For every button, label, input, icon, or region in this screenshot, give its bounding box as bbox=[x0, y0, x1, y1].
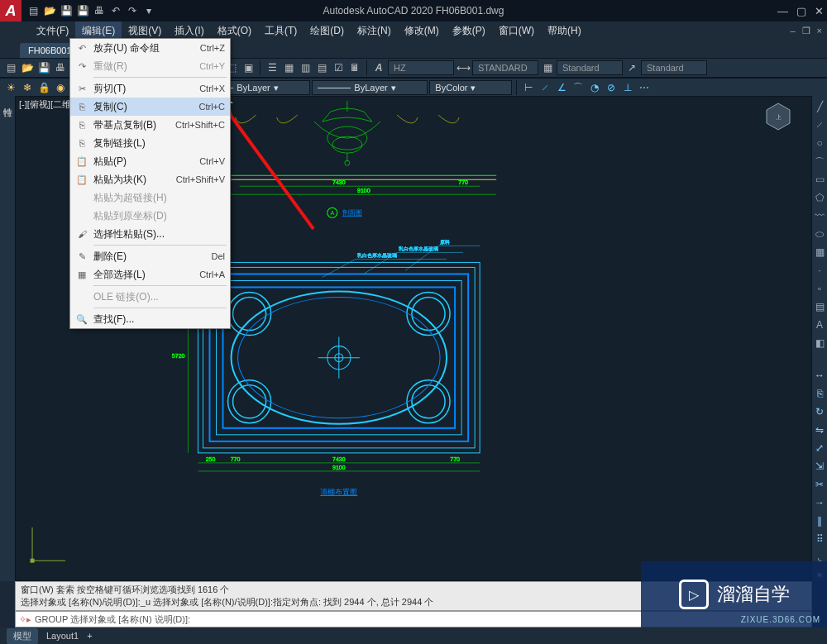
menu-help[interactable]: 帮助(H) bbox=[541, 21, 588, 41]
menu-item-f[interactable]: 🔍查找(F)... bbox=[70, 310, 230, 328]
spline-tool-icon[interactable]: 〰 bbox=[814, 210, 825, 222]
offset-tool-icon[interactable]: ‖ bbox=[814, 515, 825, 527]
rotate-tool-icon[interactable]: ↻ bbox=[814, 406, 825, 417]
chevron-down-icon: ▾ bbox=[391, 83, 396, 93]
qat-undo-icon[interactable]: ↶ bbox=[109, 4, 122, 17]
menu-item-c[interactable]: ⎘复制(C)Ctrl+C bbox=[70, 98, 230, 116]
properties-icon[interactable]: ☰ bbox=[265, 60, 280, 75]
stretch-tool-icon[interactable]: ⇲ bbox=[814, 460, 825, 472]
open-icon[interactable]: 📂 bbox=[20, 60, 35, 75]
pline-tool-icon[interactable]: ⟋ bbox=[814, 119, 825, 131]
qat-save-icon[interactable]: 💾 bbox=[60, 4, 73, 17]
menu-window[interactable]: 窗口(W) bbox=[492, 21, 541, 41]
save-icon[interactable]: 💾 bbox=[36, 60, 51, 75]
qat-saveas-icon[interactable]: 💾 bbox=[76, 4, 89, 17]
markup-icon[interactable]: ☑ bbox=[331, 60, 346, 75]
minimize-icon[interactable]: — bbox=[777, 5, 788, 17]
dim-linear-icon[interactable]: ⊢ bbox=[521, 80, 536, 95]
hatch-tool-icon[interactable]: ▦ bbox=[814, 246, 825, 258]
svg-text:770: 770 bbox=[458, 179, 468, 185]
mleader-icon[interactable]: ↗ bbox=[624, 60, 639, 75]
lineweight-combo[interactable]: ByLayer ▾ bbox=[312, 80, 428, 95]
layer-manager-icon[interactable]: ☀ bbox=[3, 80, 18, 95]
dim-arc-icon[interactable]: ⌒ bbox=[571, 80, 586, 95]
sheetset-icon[interactable]: ▤ bbox=[314, 60, 329, 75]
line-tool-icon[interactable]: ╱ bbox=[814, 101, 825, 112]
menu-item-icon: ⎘ bbox=[75, 120, 88, 130]
svg-rect-2 bbox=[31, 559, 34, 562]
circle-tool-icon[interactable]: ○ bbox=[814, 137, 825, 149]
close-icon[interactable]: ✕ bbox=[815, 5, 824, 17]
menu-draw[interactable]: 绘图(D) bbox=[304, 21, 351, 41]
toolpalette-icon[interactable]: ▥ bbox=[298, 60, 313, 75]
zoom-extents-icon[interactable]: ▣ bbox=[241, 60, 256, 75]
menu-item-t[interactable]: ✂剪切(T)Ctrl+X bbox=[70, 79, 230, 98]
menu-item-e[interactable]: ✎删除(E)Del bbox=[70, 247, 230, 265]
menu-tools[interactable]: 工具(T) bbox=[258, 21, 304, 41]
view-cube[interactable]: 上 bbox=[762, 100, 795, 133]
dim-diameter-icon[interactable]: ⊘ bbox=[604, 80, 619, 95]
calc-icon[interactable]: 🖩 bbox=[347, 60, 362, 75]
menu-item-k[interactable]: 📋粘贴为块(K)Ctrl+Shift+V bbox=[70, 170, 230, 188]
qat-redo-icon[interactable]: ↷ bbox=[126, 4, 139, 17]
menu-item-u[interactable]: ↶放弃(U) 命令组Ctrl+Z bbox=[70, 39, 230, 57]
dimstyle-combo[interactable]: STANDARD bbox=[472, 60, 538, 75]
doc-close-icon[interactable]: × bbox=[817, 26, 822, 36]
table-icon[interactable]: ▦ bbox=[540, 60, 555, 75]
menu-modify[interactable]: 修改(M) bbox=[398, 21, 446, 41]
move-tool-icon[interactable]: ↔ bbox=[814, 370, 825, 381]
region-tool-icon[interactable]: ◧ bbox=[814, 337, 825, 349]
trim-tool-icon[interactable]: ✂ bbox=[814, 479, 825, 490]
qat-dropdown-icon[interactable]: ▾ bbox=[142, 4, 155, 17]
dim-angular-icon[interactable]: ∠ bbox=[554, 80, 569, 95]
layer-lock-icon[interactable]: 🔒 bbox=[36, 80, 51, 95]
dim-icon[interactable]: ⟷ bbox=[456, 60, 471, 75]
properties-palette-tab[interactable]: 特性 bbox=[0, 96, 16, 106]
text-icon[interactable]: A bbox=[371, 60, 386, 75]
mirror-tool-icon[interactable]: ⇋ bbox=[814, 424, 825, 436]
menu-item-s[interactable]: 🖌选择性粘贴(S)... bbox=[70, 225, 230, 243]
new-icon[interactable]: ▤ bbox=[3, 60, 18, 75]
scale-tool-icon[interactable]: ⤢ bbox=[814, 442, 825, 454]
layout-tab[interactable]: Layout1 bbox=[46, 631, 79, 641]
app-logo[interactable]: A bbox=[0, 0, 22, 21]
qat-print-icon[interactable]: 🖶 bbox=[93, 4, 106, 17]
array-tool-icon[interactable]: ⠿ bbox=[814, 533, 825, 545]
print-icon[interactable]: 🖶 bbox=[53, 60, 68, 75]
doc-minimize-icon[interactable]: – bbox=[790, 26, 795, 36]
add-layout-icon[interactable]: + bbox=[87, 631, 92, 641]
layer-off-icon[interactable]: ◉ bbox=[53, 80, 68, 95]
qat-open-icon[interactable]: 📂 bbox=[43, 4, 56, 17]
menu-parametric[interactable]: 参数(P) bbox=[446, 21, 492, 41]
extend-tool-icon[interactable]: → bbox=[814, 497, 825, 508]
right-toolbar: ╱ ⟋ ○ ⌒ ▭ ⬠ 〰 ⬭ ▦ · ▫ ▤ A ◧ ↔ ⎘ ↻ ⇋ ⤢ ⇲ … bbox=[812, 96, 827, 581]
arc-tool-icon[interactable]: ⌒ bbox=[814, 155, 825, 167]
ellipse-tool-icon[interactable]: ⬭ bbox=[814, 228, 825, 240]
maximize-icon[interactable]: ▢ bbox=[796, 5, 806, 17]
dim-aligned-icon[interactable]: ⟋ bbox=[538, 80, 552, 95]
menu-item-p[interactable]: 📋粘贴(P)Ctrl+V bbox=[70, 152, 230, 170]
dim-continue-icon[interactable]: ⋯ bbox=[637, 80, 652, 95]
qat-new-icon[interactable]: ▤ bbox=[26, 4, 40, 17]
menu-item-b[interactable]: ⎘带基点复制(B)Ctrl+Shift+C bbox=[70, 116, 230, 134]
menu-item-l[interactable]: ⎘复制链接(L) bbox=[70, 134, 230, 152]
menu-dimension[interactable]: 标注(N) bbox=[351, 21, 398, 41]
tablestyle-combo[interactable]: Standard bbox=[557, 60, 623, 75]
textstyle-combo[interactable]: HZ bbox=[388, 60, 454, 75]
block-tool-icon[interactable]: ▫ bbox=[814, 283, 825, 294]
layer-freeze-icon[interactable]: ❄ bbox=[20, 80, 35, 95]
copy-tool-icon[interactable]: ⎘ bbox=[814, 388, 825, 399]
mtext-tool-icon[interactable]: A bbox=[814, 319, 825, 331]
model-tab[interactable]: 模型 bbox=[7, 628, 38, 644]
mleaderstyle-combo[interactable]: Standard bbox=[641, 60, 707, 75]
dim-ordinate-icon[interactable]: ⊥ bbox=[620, 80, 635, 95]
design-center-icon[interactable]: ▦ bbox=[281, 60, 296, 75]
plotstyle-combo[interactable]: ByColor ▾ bbox=[429, 80, 512, 95]
point-tool-icon[interactable]: · bbox=[814, 265, 825, 276]
menu-item-l[interactable]: ▦全部选择(L)Ctrl+A bbox=[70, 265, 230, 284]
doc-restore-icon[interactable]: ❐ bbox=[802, 26, 810, 36]
dim-radius-icon[interactable]: ◔ bbox=[587, 80, 602, 95]
polygon-tool-icon[interactable]: ⬠ bbox=[814, 192, 825, 203]
table-tool-icon[interactable]: ▤ bbox=[814, 301, 825, 312]
rect-tool-icon[interactable]: ▭ bbox=[814, 174, 825, 185]
